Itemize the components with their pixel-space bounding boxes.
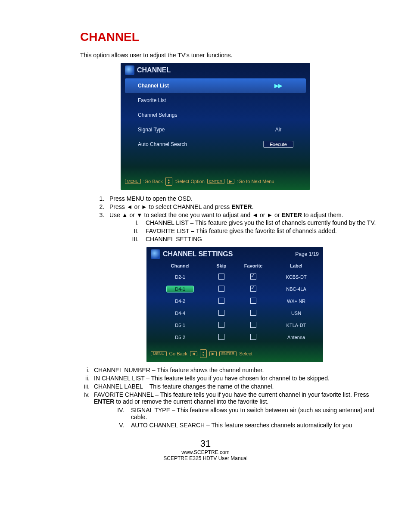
col-channel: Channel	[151, 261, 209, 271]
menu-item-label: Channel Settings	[138, 112, 252, 118]
subsub-iv-c: to add or remove the current channel int…	[114, 398, 268, 405]
menu-item-value: Execute	[252, 141, 304, 148]
subsub-i: CHANNEL NUMBER – This feature shows the …	[91, 367, 381, 373]
step-2a: Press ◄ or ► to select CHANNEL and press	[109, 203, 231, 210]
menu-item[interactable]: Channel List▶▶	[125, 78, 306, 93]
select-option-label: :Select Option	[175, 179, 205, 184]
left-key-icon: ◀	[190, 351, 197, 356]
channel-label: NBC-4LA	[274, 283, 319, 295]
channel-number[interactable]: D2-1	[166, 274, 194, 280]
skip-checkbox[interactable]	[218, 310, 224, 316]
osd2-footer: MENU Go Back ◀ ▲▼ ▶ ENTER Select	[151, 348, 319, 360]
menu-item[interactable]: Auto Channel SearchExecute	[125, 137, 306, 152]
menu-item-value: Air	[252, 127, 304, 133]
step-3a: Use ▲ or ▼ to select the one you want to…	[109, 212, 281, 218]
right-key-icon: ▶	[227, 179, 234, 184]
osd-title: CHANNEL	[125, 66, 306, 78]
osd-channel-menu: CHANNEL Channel List▶▶Favorite ListChann…	[121, 63, 310, 190]
section-heading: CHANNEL	[80, 30, 381, 44]
updown-key-icon: ▲▼	[165, 177, 172, 186]
channel-number[interactable]: D5-2	[166, 334, 194, 341]
step-3b: ENTER	[281, 212, 302, 218]
channel-label: KTLA-DT	[274, 319, 319, 331]
menu-key: MENU	[125, 179, 141, 184]
table-row[interactable]: D4-4USN	[151, 307, 319, 319]
favorite-checkbox[interactable]	[250, 310, 256, 316]
skip-checkbox[interactable]	[218, 298, 224, 304]
subsub-iii: CHANNEL LABEL – This feature changes the…	[91, 383, 381, 390]
col-skip: Skip	[209, 261, 233, 271]
step-3: Use ▲ or ▼ to select the one you want to…	[106, 212, 381, 243]
channel-number[interactable]: D4-1	[166, 286, 194, 292]
menu-item-label: Favorite List	[138, 97, 252, 103]
updown-key-icon: ▲▼	[200, 349, 207, 358]
substep-III: CHANNEL SETTING	[140, 236, 381, 243]
osd2-page: Page 1/19	[295, 251, 319, 257]
select-label: Select	[239, 351, 252, 356]
channel-number[interactable]: D4-4	[166, 310, 194, 317]
channel-number[interactable]: D5-1	[166, 322, 194, 329]
table-row[interactable]: D5-2Antenna	[151, 331, 319, 343]
next-menu-label: :Go to Next Menu	[237, 179, 274, 184]
intro-text: This option allows user to adjust the TV…	[80, 52, 381, 59]
col-label: Label	[274, 261, 319, 271]
favorite-checkbox[interactable]	[250, 274, 256, 280]
menu-item[interactable]: Channel Settings	[125, 108, 306, 122]
table-row[interactable]: D4-1NBC-4LA	[151, 283, 319, 295]
sub-steps: CHANNEL LIST – This feature gives you th…	[126, 219, 381, 243]
subsub-iv: FAVORITE CHANNEL – This feature tells yo…	[91, 391, 381, 405]
col-favorite: Favorite	[233, 261, 274, 271]
channel-label: KCBS-DT	[274, 271, 319, 283]
step-3c: to adjust them.	[302, 212, 343, 218]
step-2: Press ◄ or ► to select CHANNEL and press…	[106, 203, 381, 210]
favorite-checkbox[interactable]	[250, 334, 256, 340]
menu-item[interactable]: Favorite List	[125, 93, 306, 108]
osd2-title-bar: CHANNEL SETTINGS Page 1/19	[151, 250, 319, 261]
menu-item-value: ▶▶	[252, 83, 304, 89]
channel-label: Antenna	[274, 331, 319, 343]
skip-checkbox[interactable]	[218, 274, 224, 280]
substep-V: AUTO CHANNEL SEARCH – This feature searc…	[126, 422, 381, 429]
menu-key: MENU	[151, 351, 167, 356]
page-footer: 31 www.SCEPTRE.com SCEPTRE E325 HDTV Use…	[30, 438, 381, 461]
step-1: Press MENU to open the OSD.	[106, 195, 381, 202]
step-2c: .	[252, 203, 254, 210]
substep-IV: SIGNAL TYPE – This feature allows you to…	[126, 407, 381, 420]
execute-button[interactable]: Execute	[263, 141, 293, 148]
table-row[interactable]: D4-2WX+ NR	[151, 295, 319, 307]
go-back-label: :Go Back	[143, 179, 163, 184]
favorite-checkbox[interactable]	[250, 298, 256, 304]
osd-footer: MENU :Go Back ▲▼ :Select Option ENTER ▶ …	[125, 175, 306, 187]
enter-key: ENTER	[219, 351, 237, 356]
channel-label: USN	[274, 307, 319, 319]
table-row[interactable]: D2-1KCBS-DT	[151, 271, 319, 283]
skip-checkbox[interactable]	[218, 286, 224, 292]
channel-table: Channel Skip Favorite Label D2-1KCBS-DTD…	[151, 261, 319, 343]
substep-I: CHANNEL LIST – This feature gives you th…	[140, 219, 381, 226]
osd2-title: CHANNEL SETTINGS	[163, 250, 233, 258]
enter-key: ENTER	[207, 179, 225, 184]
right-key-icon: ▶	[209, 351, 217, 356]
channel-number[interactable]: D4-2	[166, 298, 194, 305]
osd-channel-settings: CHANNEL SETTINGS Page 1/19 Channel Skip …	[146, 247, 323, 362]
sub-sub-steps: CHANNEL NUMBER – This feature shows the …	[77, 367, 381, 405]
table-row[interactable]: D5-1KTLA-DT	[151, 319, 319, 331]
menu-item[interactable]: Signal TypeAir	[125, 122, 306, 137]
subsub-ii: IN CHANNEL LIST – This feature tells you…	[91, 375, 381, 382]
favorite-checkbox[interactable]	[250, 322, 256, 328]
footer-url: www.SCEPTRE.com	[30, 449, 381, 455]
step-2b: ENTER	[231, 203, 252, 210]
skip-checkbox[interactable]	[218, 322, 224, 328]
menu-item-label: Auto Channel Search	[138, 141, 252, 147]
footer-manual: SCEPTRE E325 HDTV User Manual	[30, 455, 381, 461]
sub-steps-cont: SIGNAL TYPE – This feature allows you to…	[111, 407, 381, 429]
subsub-iv-b: ENTER	[94, 398, 114, 405]
favorite-checkbox[interactable]	[250, 286, 256, 292]
go-back-label: Go Back	[169, 351, 187, 356]
skip-checkbox[interactable]	[218, 334, 224, 340]
substep-II: FAVORITE LIST – This feature gives the f…	[140, 227, 381, 234]
menu-item-label: Signal Type	[138, 127, 252, 133]
channel-label: WX+ NR	[274, 295, 319, 307]
subsub-iv-a: FAVORITE CHANNEL – This feature tells yo…	[94, 391, 369, 398]
menu-item-label: Channel List	[138, 83, 252, 89]
